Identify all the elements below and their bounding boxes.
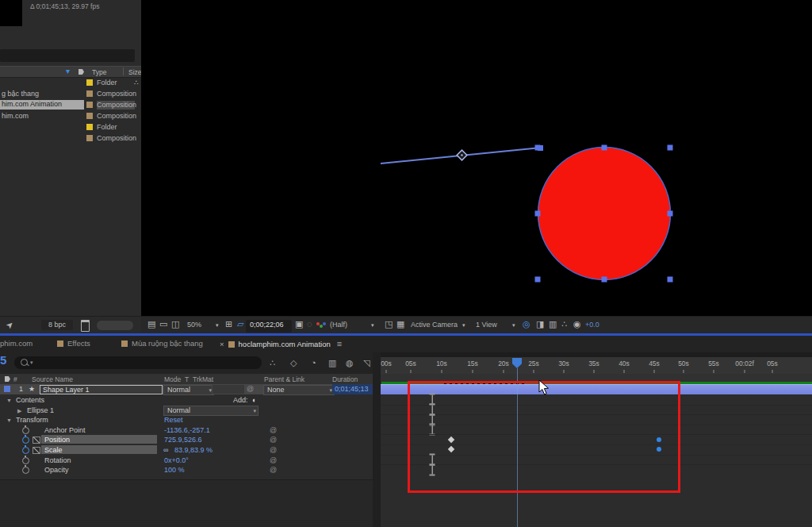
project-row[interactable]: Composition: [0, 133, 141, 144]
layer-duration[interactable]: 0;01;45;13: [332, 384, 376, 394]
monitor-icon[interactable]: ▭: [159, 319, 167, 329]
motion-blur-icon[interactable]: ◍: [346, 358, 354, 368]
add-menu-icon[interactable]: ◐: [252, 395, 256, 405]
stopwatch-icon[interactable]: [22, 437, 29, 444]
trash-icon[interactable]: [81, 320, 90, 332]
column-index[interactable]: #: [13, 375, 17, 383]
stereo-glasses-icon[interactable]: ◫: [171, 319, 179, 329]
camera-select[interactable]: Active Camera: [411, 320, 458, 330]
stopwatch-icon[interactable]: [22, 427, 29, 434]
property-label[interactable]: Opacity: [44, 465, 69, 475]
property-value[interactable]: 0x+0.0°: [164, 456, 189, 465]
sort-arrow-icon[interactable]: ▾: [66, 67, 70, 76]
project-row[interactable]: Folder∴: [0, 77, 141, 88]
link-dimensions-icon[interactable]: ∞: [163, 445, 168, 455]
project-row[interactable]: g bậc thangComposition: [0, 88, 141, 99]
frame-blend-icon[interactable]: ▥: [328, 358, 336, 368]
timeline-panel-divider[interactable]: [373, 352, 381, 527]
tab-1[interactable]: phim.com: [0, 336, 33, 352]
project-row[interactable]: him.com AnimationComposition: [0, 99, 141, 110]
resolution-select[interactable]: (Half): [330, 320, 347, 330]
project-bit-depth-button[interactable]: 8 bpc: [41, 320, 73, 330]
property-value[interactable]: 100 %: [164, 465, 185, 475]
view-chevron-icon[interactable]: ▾: [512, 320, 515, 330]
tab-close-icon[interactable]: ×: [220, 340, 224, 348]
snapshot-camera-icon[interactable]: ▣: [295, 319, 303, 329]
composition-viewport[interactable]: [141, 0, 812, 316]
tab-2[interactable]: Effects: [57, 336, 90, 352]
transform-reset-button[interactable]: Reset: [164, 415, 183, 425]
graph-toggle-icon[interactable]: [33, 437, 40, 444]
property-value[interactable]: 83.9,83.9 %: [174, 445, 213, 455]
column-type[interactable]: Type: [92, 68, 106, 76]
stopwatch-icon[interactable]: [22, 457, 29, 464]
property-row-rotation[interactable]: Rotation0x+0.0°@: [0, 455, 374, 465]
property-value[interactable]: -1136.6,-257.1: [164, 425, 210, 435]
project-row[interactable]: him.comComposition: [0, 110, 141, 121]
property-row-anchor-point[interactable]: Anchor Point-1136.6,-257.1@: [0, 425, 374, 435]
property-row-ellipse-1[interactable]: ▶Ellipse 1Normal▾: [0, 405, 374, 415]
property-row-scale[interactable]: Scale∞83.9,83.9 %@: [0, 444, 374, 455]
property-row-position[interactable]: Position725.9,526.6@: [0, 434, 374, 444]
search-chevron-icon[interactable]: ▾: [30, 360, 33, 366]
property-pickwhip-icon[interactable]: @: [270, 445, 277, 455]
column-duration[interactable]: Duration: [332, 375, 358, 383]
project-search-input[interactable]: [0, 49, 135, 62]
graph-editor-icon[interactable]: ◹: [363, 358, 370, 368]
property-pickwhip-icon[interactable]: @: [270, 425, 277, 435]
zoom-chevron-icon[interactable]: ▾: [216, 320, 219, 330]
view-select[interactable]: 1 View: [476, 320, 497, 330]
timeline-search-input[interactable]: ▾: [14, 356, 262, 369]
exposure-value[interactable]: +0.0: [585, 320, 599, 330]
zoom-select[interactable]: 50%: [187, 320, 201, 330]
mask-visibility-icon[interactable]: ▱: [237, 319, 243, 329]
property-label[interactable]: Scale: [41, 445, 157, 454]
exposure-gear-icon[interactable]: ◉: [573, 319, 581, 329]
property-pickwhip-icon[interactable]: @: [270, 465, 277, 475]
tab-3[interactable]: Mùa ruộng bậc thang: [121, 336, 203, 352]
column-source-name[interactable]: Source Name: [32, 375, 73, 383]
timeline-panel-icon[interactable]: ▥: [549, 319, 557, 329]
tab-4[interactable]: ×hoclamphim.com Animation≡: [220, 336, 342, 354]
column-mode[interactable]: Mode: [164, 375, 181, 383]
show-snapshot-icon[interactable]: ◌: [307, 319, 312, 329]
current-time-partial[interactable]: 5: [0, 353, 8, 369]
column-t[interactable]: T: [185, 375, 189, 383]
camera-chevron-icon[interactable]: ▾: [462, 320, 465, 330]
property-pickwhip-icon[interactable]: @: [270, 435, 277, 444]
fast-previews-icon[interactable]: ◨: [536, 319, 544, 329]
property-value[interactable]: 725.9,526.6: [164, 435, 202, 444]
composition-mini-flowchart-icon[interactable]: ∴: [270, 358, 275, 368]
column-trkmat[interactable]: TrkMat: [193, 375, 213, 383]
layer-row[interactable]: 1 ★ Shape Layer 1 Normal▾ @ None▾ 0;01;4…: [0, 384, 374, 394]
layers-icon[interactable]: ▤: [147, 319, 155, 329]
time-ruler[interactable]: 00s05s10s15s20s25s30s35s40s45s50s55s00:0…: [381, 357, 812, 375]
parent-pickwhip-icon[interactable]: @: [247, 385, 254, 393]
property-pickwhip-icon[interactable]: @: [270, 456, 277, 465]
property-row-contents[interactable]: ▼ContentsAdd:◐: [0, 394, 374, 405]
stopwatch-icon[interactable]: [22, 467, 29, 474]
property-label[interactable]: Anchor Point: [44, 425, 86, 435]
property-row-opacity[interactable]: Opacity100 %@: [0, 464, 374, 475]
layer-color-swatch[interactable]: [4, 386, 10, 392]
red-circle-shape[interactable]: [538, 148, 671, 280]
resolution-chevron-icon[interactable]: ▾: [371, 320, 374, 330]
draft-3d-icon[interactable]: ◇: [290, 358, 297, 368]
property-label[interactable]: Rotation: [44, 456, 71, 465]
flowchart-icon[interactable]: ∴: [561, 319, 567, 329]
region-of-interest-icon[interactable]: ◳: [385, 319, 393, 329]
comp-timecode[interactable]: 0;00;22;06: [250, 320, 284, 330]
stopwatch-icon[interactable]: [22, 447, 29, 454]
label-column-icon[interactable]: [79, 69, 84, 75]
project-row[interactable]: Folder: [0, 121, 141, 133]
safe-zones-icon[interactable]: ⊞: [225, 319, 232, 329]
transparency-grid-icon[interactable]: ▦: [396, 319, 404, 329]
property-row-transform[interactable]: ▼TransformReset: [0, 414, 374, 425]
pixel-aspect-icon[interactable]: ◎: [523, 319, 530, 329]
trkmat-toggle[interactable]: [212, 384, 245, 394]
column-size[interactable]: Size: [128, 68, 142, 76]
interpret-footage-icon[interactable]: ➤: [4, 319, 17, 332]
graph-toggle-icon[interactable]: [33, 447, 40, 454]
column-parent-link[interactable]: Parent & Link: [264, 375, 304, 383]
property-label[interactable]: Position: [41, 435, 157, 444]
